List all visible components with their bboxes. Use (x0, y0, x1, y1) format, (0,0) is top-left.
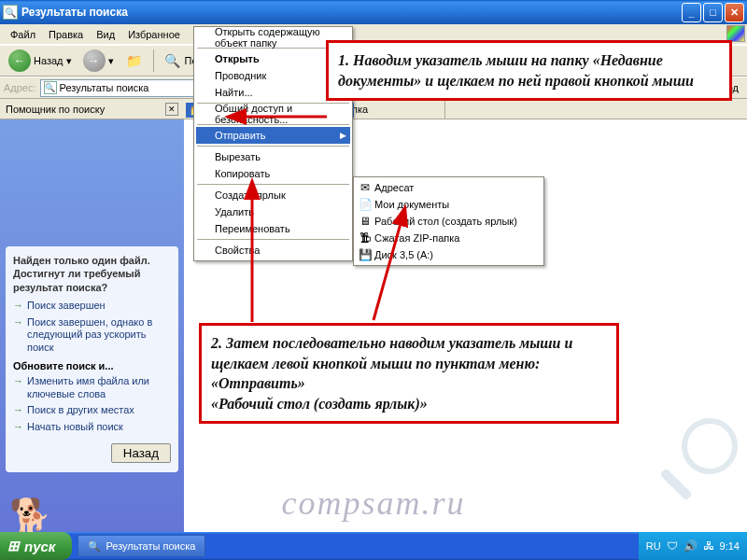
magnifier-watermark-icon (654, 418, 738, 502)
search-results-icon: 🔍 (88, 540, 101, 553)
window-title: Результаты поиска (21, 6, 682, 19)
minimize-button[interactable]: _ (682, 3, 701, 22)
menu-create-shortcut[interactable]: Создать ярлык (196, 187, 350, 203)
search-results-icon: 🔍 (44, 81, 57, 94)
arrow-icon: → (13, 300, 23, 313)
search-question: Найден только один файл. Достигнут ли тр… (13, 254, 171, 294)
menu-view[interactable]: Вид (90, 27, 121, 42)
search-results-icon: 🔍 (3, 5, 18, 20)
menu-cut[interactable]: Вырезать (196, 148, 350, 165)
taskbar: ⊞пуск 🔍Результаты поиска RU 🛡 🔊 🖧 9:14 (0, 532, 747, 560)
side-panel-title: Помощник по поиску (6, 104, 105, 115)
arrow-icon: → (13, 316, 23, 329)
menu-file[interactable]: Файл (4, 27, 42, 42)
close-panel-button[interactable]: ✕ (165, 103, 178, 116)
menu-rename[interactable]: Переименовать (196, 220, 350, 237)
nav-forward-button[interactable]: →▾ (78, 48, 119, 74)
submenu-arrow-icon: ▶ (340, 131, 346, 140)
toolbar-separator (153, 49, 154, 72)
menu-favorites[interactable]: Избранное (121, 27, 187, 42)
back-button[interactable]: Назад (111, 443, 171, 463)
instruction-callout-1: 1. Наводим указатель мыши на папку «Неда… (326, 40, 732, 101)
arrow-right-icon: → (83, 49, 106, 72)
search-results-box: Найден только один файл. Достигнут ли тр… (6, 246, 178, 472)
window-titlebar: 🔍 Результаты поиска _ □ ✕ (0, 0, 747, 24)
search-companion-panel: Помощник по поиску ✕ Найден только один … (0, 99, 184, 541)
red-arrow-3 (364, 213, 420, 327)
system-tray: RU 🛡 🔊 🖧 9:14 (639, 532, 747, 560)
arrow-icon: → (13, 421, 23, 434)
sendto-mydocs[interactable]: 📄Мои документы (356, 196, 542, 213)
search-icon: 🔍 (163, 51, 182, 70)
tray-clock[interactable]: 9:14 (720, 540, 740, 552)
close-button[interactable]: ✕ (725, 3, 744, 22)
nav-up-button[interactable]: 📁 (120, 48, 148, 74)
option-new-search[interactable]: →Начать новый поиск (13, 421, 171, 434)
nav-back-button[interactable]: ← Назад▾ (4, 48, 77, 74)
documents-icon: 📄 (358, 197, 373, 212)
red-arrow-1 (233, 103, 336, 133)
option-done[interactable]: →Поиск завершен (13, 300, 171, 313)
folder-up-icon: 📁 (125, 51, 144, 70)
option-change-name[interactable]: →Изменить имя файла или ключевые слова (13, 375, 171, 401)
tray-network-icon[interactable]: 🖧 (703, 539, 714, 553)
menu-properties[interactable]: Свойства (196, 242, 350, 259)
search-dog-icon[interactable]: 🐕 (9, 497, 51, 536)
sendto-recipient[interactable]: ✉Адресат (356, 179, 542, 196)
section-heading: Обновите поиск и... (13, 360, 171, 371)
address-label: Адрес: (4, 82, 36, 93)
windows-logo-icon: ⊞ (7, 538, 20, 554)
option-faster[interactable]: →Поиск завершен, однако в следующий раз … (13, 316, 171, 355)
address-value: Результаты поиска (60, 82, 149, 93)
tray-lang[interactable]: RU (646, 540, 661, 552)
tray-shield-icon[interactable]: 🛡 (667, 539, 678, 553)
taskbar-item[interactable]: 🔍Результаты поиска (78, 535, 205, 557)
menu-edit[interactable]: Правка (42, 27, 90, 42)
menu-copy[interactable]: Копировать (196, 165, 350, 182)
mail-icon: ✉ (358, 180, 373, 195)
arrow-icon: → (13, 375, 23, 388)
arrow-icon: → (13, 404, 23, 417)
start-button[interactable]: ⊞пуск (0, 532, 72, 560)
tray-volume-icon[interactable]: 🔊 (684, 539, 698, 553)
arrow-left-icon: ← (8, 49, 31, 72)
instruction-callout-2: 2. Затем последовательно наводим указате… (199, 323, 619, 424)
option-other-places[interactable]: →Поиск в других местах (13, 404, 171, 417)
red-arrow-2 (233, 187, 271, 329)
menu-delete[interactable]: Удалить (196, 203, 350, 220)
svg-line-2 (374, 220, 402, 320)
maximize-button[interactable]: □ (703, 3, 723, 22)
